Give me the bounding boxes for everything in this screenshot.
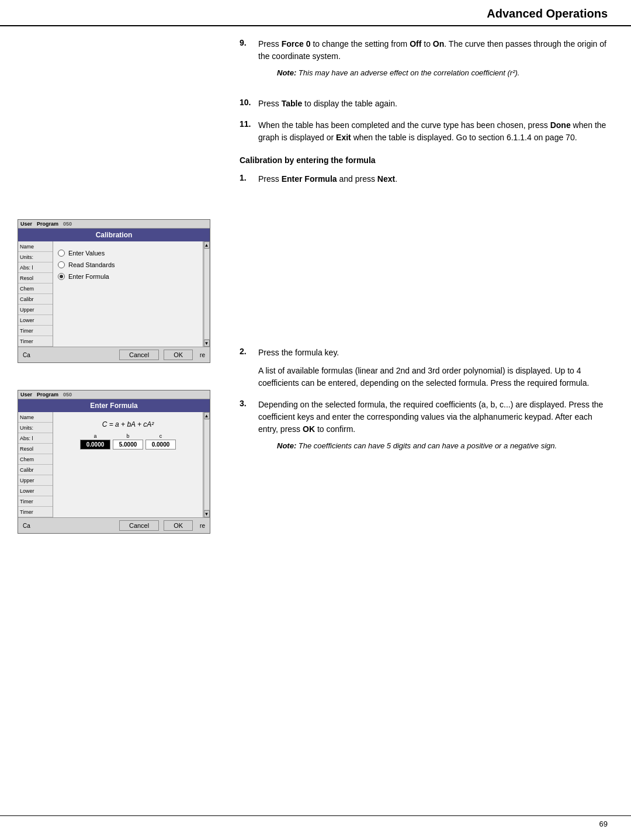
sidebar-item-lower: Lower [18, 315, 53, 326]
coeff-a: a 0.0000 [80, 433, 110, 450]
formula-topbar-num-label: 050 [63, 392, 72, 397]
sidebar-item-abs: Abs: l [18, 262, 53, 273]
content-wrapper: User Program 050 Calibration Name Units:… [0, 26, 631, 598]
page-footer: 69 [0, 815, 631, 828]
calibration-topbar: User Program 050 [18, 220, 210, 229]
topbar-user-label: User [20, 221, 32, 227]
ui-calibration-panel: User Program 050 Calibration Name Units:… [18, 219, 210, 363]
formula-scrollbar-track [204, 419, 210, 510]
formula-ok-btn[interactable]: OK [164, 520, 193, 531]
formula-cancel-btn[interactable]: Cancel [119, 520, 159, 531]
formula-scrollbar[interactable]: ▲ ▼ [203, 412, 210, 517]
cal-step-2-content: Press the formula key. A list of availab… [258, 347, 608, 389]
sidebar-item-timer2: Timer [18, 336, 53, 347]
footer-ca-label: Ca [23, 352, 30, 358]
cal-step-2: 2. Press the formula key. A list of avai… [240, 347, 608, 389]
coeff-a-value[interactable]: 0.0000 [80, 440, 110, 450]
calibration-sidebar: Name Units: Abs: l Resol Chem Calibr Upp… [18, 241, 53, 347]
formula-sidebar-units: Units: [18, 423, 53, 433]
formula-sidebar-name: Name [18, 412, 53, 423]
calibration-cancel-btn[interactable]: Cancel [119, 350, 159, 360]
coeff-b-value[interactable]: 5.0000 [113, 440, 143, 450]
step-10: 10. Press Table to display the table aga… [240, 98, 608, 110]
topbar-user-info: User Program 050 [20, 221, 72, 227]
formula-sidebar-chem: Chem [18, 454, 53, 465]
formula-main: C = a + bA + cA² a 0.0000 b 5.0000 [53, 412, 203, 517]
sidebar-item-resol: Resol [18, 273, 53, 284]
radio-enter-values[interactable]: Enter Values [58, 250, 198, 257]
step-11-done: Done [550, 120, 571, 130]
coeff-a-label: a [80, 433, 110, 439]
topbar-prog-label: Program [37, 221, 58, 227]
cal-step-3-note-label: Note: [277, 441, 296, 450]
calibration-footer: Ca Cancel OK re [18, 347, 210, 362]
radio-enter-values-label: Enter Values [68, 250, 105, 257]
coeff-c-value[interactable]: 0.0000 [145, 440, 176, 450]
formula-topbar-user-label: User [20, 392, 32, 397]
coeff-b-label: b [113, 433, 143, 439]
cal-step-3: 3. Depending on the selected formula, th… [240, 399, 608, 461]
cal-step-3-number: 3. [240, 399, 258, 408]
step-9: 9. Press Force 0 to change the setting f… [240, 38, 608, 88]
step-11-content: When the table has been completed and th… [258, 119, 608, 144]
formula-footer-re: re [200, 523, 205, 529]
step-9-note: Note: This may have an adverse effect on… [277, 67, 608, 79]
radio-read-standards[interactable]: Read Standards [58, 261, 198, 268]
formula-panel-header: Enter Formula [18, 399, 210, 412]
cal-step-2-sub: A list of available formulas (linear and… [258, 365, 608, 389]
formula-scrollbar-up[interactable]: ▲ [204, 412, 210, 419]
scrollbar-down[interactable]: ▼ [204, 340, 210, 347]
footer-re-label: re [200, 352, 205, 358]
calibration-main: Enter Values Read Standards Enter Formul… [53, 241, 203, 347]
step-9-note-text: This may have an adverse effect on the c… [299, 68, 520, 77]
cal-step-1-enter-formula: Enter Formula [282, 174, 337, 184]
step-10-number: 10. [240, 98, 258, 107]
cal-step-3-note-text: The coefficients can have 5 digits and c… [299, 441, 557, 450]
step-11: 11. When the table has been completed an… [240, 119, 608, 144]
step-9-note-label: Note: [277, 68, 296, 77]
ui-enter-formula-panel: User Program 050 Enter Formula Name Unit… [18, 390, 210, 534]
sidebar-item-calibr: Calibr [18, 294, 53, 305]
step-11-exit: Exit [336, 133, 351, 142]
sidebar-item-timer1: Timer [18, 326, 53, 336]
calibration-panel-body: Name Units: Abs: l Resol Chem Calibr Upp… [18, 241, 210, 347]
coeff-c-label: c [145, 433, 176, 439]
page-number: 69 [599, 820, 608, 828]
calibration-ok-btn[interactable]: OK [164, 350, 193, 360]
radio-enter-values-circle [58, 250, 65, 257]
radio-enter-formula-label: Enter Formula [68, 273, 109, 280]
cal-step-2-number: 2. [240, 347, 258, 356]
formula-footer: Ca Cancel OK re [18, 517, 210, 533]
step-10-table: Table [282, 99, 303, 108]
formula-topbar: User Program 050 [18, 390, 210, 399]
cal-step-3-note: Note: The coefficients can have 5 digits… [277, 440, 608, 452]
page-title: Advanced Operations [487, 7, 608, 20]
formula-scrollbar-down[interactable]: ▼ [204, 510, 210, 517]
panel-spacer [240, 195, 608, 347]
step-9-content: Press Force 0 to change the setting from… [258, 38, 608, 88]
scrollbar-track [204, 248, 210, 340]
page-container: Advanced Operations User Program 050 Cal… [0, 0, 631, 840]
step-9-force0: Force 0 [282, 39, 311, 49]
coefficients-row: a 0.0000 b 5.0000 c 0.0000 [58, 433, 198, 450]
sidebar-item-units: Units: [18, 252, 53, 262]
cal-step-1-next: Next [377, 174, 395, 184]
cal-step-3-content: Depending on the selected formula, the r… [258, 399, 608, 461]
sidebar-item-name: Name [18, 241, 53, 252]
page-header: Advanced Operations [0, 0, 631, 26]
scrollbar-up[interactable]: ▲ [204, 241, 210, 248]
calibration-section-heading: Calibration by entering the formula [240, 155, 608, 165]
step-11-number: 11. [240, 119, 258, 129]
step-9-on: On [433, 39, 444, 49]
step-9-number: 9. [240, 38, 258, 47]
mid-spacer [18, 381, 228, 390]
formula-sidebar-abs: Abs: l [18, 433, 53, 444]
right-column: 9. Press Force 0 to change the setting f… [234, 26, 631, 563]
formula-sidebar-upper: Upper [18, 475, 53, 486]
radio-enter-formula[interactable]: Enter Formula [58, 273, 198, 280]
coeff-b: b 5.0000 [113, 433, 143, 450]
calibration-scrollbar[interactable]: ▲ ▼ [203, 241, 210, 347]
formula-panel-body: Name Units: Abs: l Resol Chem Calibr Upp… [18, 412, 210, 517]
cal-step-1: 1. Press Enter Formula and press Next. [240, 173, 608, 185]
cal-step-3-ok: OK [303, 424, 315, 434]
